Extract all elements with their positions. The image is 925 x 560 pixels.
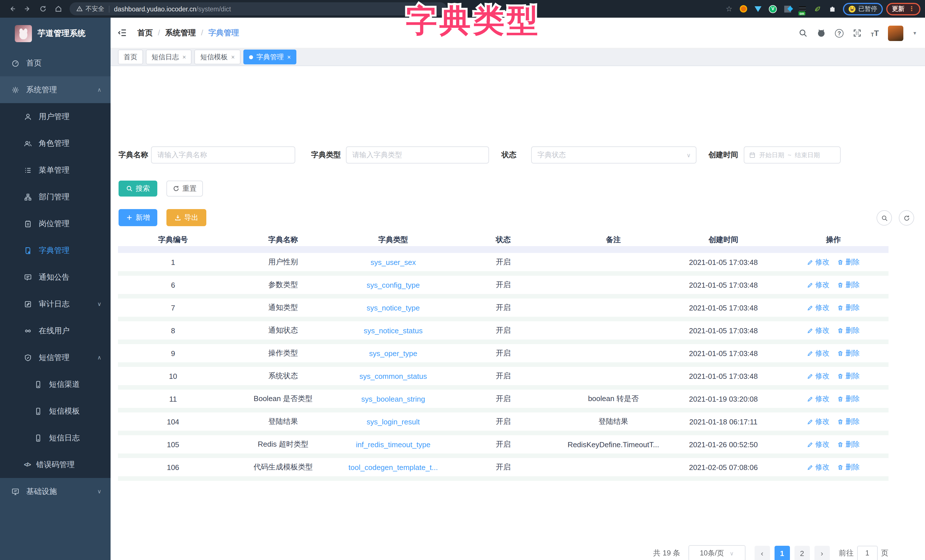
table-row[interactable]: 10 系统状态 sys_common_status 开启 2021-01-05 … [118,367,889,390]
app-logo-row[interactable]: 芋道管理系统 [0,18,111,50]
table-row[interactable]: 11 Boolean 是否类型 sys_boolean_string 开启 bo… [118,390,889,412]
next-page-button[interactable]: › [814,545,830,560]
close-icon[interactable]: × [287,54,291,60]
home-icon[interactable] [55,5,62,12]
sidebar-item-posts[interactable]: 岗位管理 [0,210,111,237]
edit-link[interactable]: 修改 [807,280,830,290]
cell-dict-type-link[interactable]: sys_common_status [338,372,448,380]
extension-gem-icon[interactable] [753,4,762,14]
breadcrumb-home[interactable]: 首页 [137,28,153,38]
delete-link[interactable]: 删除 [838,371,860,381]
dict-name-input[interactable] [151,146,295,164]
bookmark-star-icon[interactable]: ☆ [726,5,732,13]
dict-type-input[interactable] [346,146,489,164]
table-row[interactable]: 8 通知状态 sys_notice_status 开启 2021-01-05 1… [118,321,889,344]
update-pill[interactable]: 更新 ⋮ [886,3,920,15]
cell-dict-type-link[interactable]: tool_codegen_template_t... [338,463,448,471]
delete-link[interactable]: 删除 [838,462,860,472]
sidebar-item-system[interactable]: 系统管理 ∧ [0,76,111,103]
sidebar-item-dict[interactable]: 字典管理 [0,237,111,264]
table-row[interactable]: 7 通知类型 sys_notice_type 开启 2021-01-05 17:… [118,298,889,321]
edit-link[interactable]: 修改 [807,462,830,472]
sidebar-item-sms-log[interactable]: 短信日志 [0,425,111,451]
prev-page-button[interactable]: ‹ [754,545,770,560]
search-icon[interactable] [798,29,807,38]
delete-link[interactable]: 删除 [838,417,860,426]
profile-paused-pill[interactable]: 已暂停 [843,3,883,15]
show-search-toggle-button[interactable] [877,210,892,226]
edit-link[interactable]: 修改 [807,440,830,449]
sidebar-item-infrastructure[interactable]: 基础设施 ∨ [0,478,111,505]
edit-link[interactable]: 修改 [807,325,830,335]
github-icon[interactable] [817,29,826,38]
back-icon[interactable] [9,5,16,12]
table-row[interactable]: 9 操作类型 sys_oper_type 开启 2021-01-05 17:03… [118,344,889,367]
edit-link[interactable]: 修改 [807,417,830,426]
cell-dict-type-link[interactable]: inf_redis_timeout_type [338,440,448,449]
cell-dict-type-link[interactable]: sys_user_sex [338,258,448,266]
reset-button[interactable]: 重置 [166,181,203,197]
sidebar-item-departments[interactable]: 部门管理 [0,184,111,210]
search-button[interactable]: 搜索 [119,181,157,197]
close-icon[interactable]: × [182,54,186,60]
cell-dict-type-link[interactable]: sys_boolean_string [338,394,448,403]
tab-home[interactable]: 首页 [118,50,143,65]
delete-link[interactable]: 删除 [838,440,860,449]
table-row[interactable]: 104 登陆结果 sys_login_result 开启 登陆结果 2021-0… [118,412,889,435]
sidebar-item-roles[interactable]: 角色管理 [0,130,111,157]
forward-icon[interactable] [24,5,31,12]
extension-leaf-icon[interactable] [813,4,822,14]
avatar-caret-down-icon[interactable]: ▼ [913,30,917,36]
delete-link[interactable]: 删除 [838,257,860,267]
sidebar-item-home[interactable]: 首页 [0,50,111,76]
delete-link[interactable]: 删除 [838,303,860,313]
cell-dict-type-link[interactable]: sys_notice_status [338,326,448,335]
tab-sms-log[interactable]: 短信日志 × [146,50,192,65]
extension-grid-icon[interactable] [783,4,792,14]
sidebar-item-menus[interactable]: 菜单管理 [0,157,111,184]
delete-link[interactable]: 删除 [838,280,860,290]
cell-dict-type-link[interactable]: sys_config_type [338,281,448,289]
breadcrumb-system[interactable]: 系统管理 [165,28,196,38]
sidebar-item-sms-channel[interactable]: 短信渠道 [0,371,111,397]
edit-link[interactable]: 修改 [807,303,830,313]
delete-link[interactable]: 删除 [838,394,860,403]
edit-link[interactable]: 修改 [807,371,830,381]
export-button[interactable]: 导出 [166,209,206,226]
sidebar-item-online-users[interactable]: 在线用户 [0,317,111,344]
goto-page-input[interactable] [857,545,877,560]
sidebar-item-notices[interactable]: 通知公告 [0,264,111,291]
table-row[interactable]: 6 参数类型 sys_config_type 开启 2021-01-05 17:… [118,276,889,298]
page-size-select[interactable]: 10条/页 ∨ [688,545,745,560]
extension-orange-icon[interactable] [739,4,748,14]
font-size-icon[interactable]: TT [871,29,879,38]
table-row[interactable]: 105 Redis 超时类型 inf_redis_timeout_type 开启… [118,435,889,458]
cell-dict-type-link[interactable]: sys_notice_type [338,303,448,312]
close-icon[interactable]: × [231,54,235,60]
cell-dict-type-link[interactable]: sys_login_result [338,417,448,426]
menu-kebab-icon[interactable]: ⋮ [908,5,915,12]
sidebar-item-sms-template[interactable]: 短信模板 [0,397,111,425]
page-button-1[interactable]: 1 [774,545,789,560]
tab-sms-template[interactable]: 短信模板 × [194,50,241,65]
sidebar-fold-icon[interactable] [118,28,127,38]
date-range-picker[interactable]: 开始日期 ~ 结束日期 [744,146,841,164]
extension-dark-on-icon[interactable]: on [798,4,807,14]
sidebar-item-audit-log[interactable]: 审计日志 ∨ [0,291,111,317]
delete-link[interactable]: 删除 [838,325,860,335]
tab-dict-active[interactable]: 字典管理 × [243,50,297,65]
sidebar-item-users[interactable]: 用户管理 [0,103,111,130]
sidebar-item-sms[interactable]: 短信管理 ∧ [0,344,111,371]
help-icon[interactable]: ? [835,29,844,37]
user-avatar[interactable] [888,26,903,41]
reload-icon[interactable] [39,5,47,12]
table-row[interactable]: 1 用户性别 sys_user_sex 开启 2021-01-05 17:03:… [118,253,889,276]
extension-green-circle-icon[interactable]: V [768,4,777,14]
edit-link[interactable]: 修改 [807,257,830,267]
cell-dict-type-link[interactable]: sys_oper_type [338,349,448,357]
refresh-table-button[interactable] [899,210,914,226]
sidebar-item-error-codes[interactable]: </> 错误码管理 [0,451,111,478]
address-bar[interactable]: 不安全 dashboard.yudao.iocoder.cn/system/di… [69,2,447,15]
page-button-2[interactable]: 2 [794,545,810,560]
status-select[interactable]: 字典状态 ∨ [531,146,696,164]
